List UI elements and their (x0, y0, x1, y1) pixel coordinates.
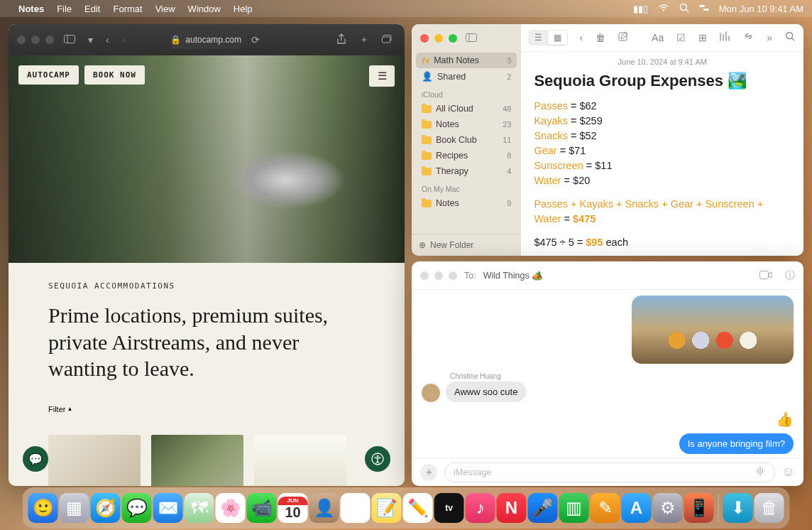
dock-music[interactable]: ♪ (466, 493, 495, 523)
sidebar-item-all-icloud[interactable]: All iCloud48 (416, 101, 517, 117)
sidebar-toggle-icon[interactable] (466, 33, 477, 44)
menu-file[interactable]: File (57, 4, 72, 14)
dock-settings[interactable]: ⚙ (653, 493, 683, 523)
waveform-icon[interactable] (755, 466, 766, 478)
compose-icon[interactable] (617, 31, 630, 44)
dock-keynote[interactable]: 🎤 (528, 493, 558, 523)
note-body[interactable]: June 10, 2024 at 9:41 AM Sequoia Group E… (521, 52, 803, 256)
dock-launchpad[interactable]: ▦ (60, 493, 89, 523)
attach-button[interactable]: ＋ (420, 464, 437, 481)
spotlight-icon[interactable] (679, 3, 689, 15)
sidebar-item-notes[interactable]: Notes9 (416, 195, 517, 211)
sidebar-item-recipes[interactable]: Recipes8 (416, 148, 517, 163)
message-row: Awww soo cute (422, 382, 794, 402)
dock-freeform[interactable]: ✏️ (403, 493, 433, 523)
info-icon[interactable]: ⓘ (785, 269, 795, 282)
dock-safari[interactable]: 🧭 (91, 493, 121, 523)
battery-icon[interactable]: ▮▮▯ (633, 4, 648, 14)
forward-button[interactable]: › (119, 34, 128, 45)
menu-edit[interactable]: Edit (84, 4, 100, 14)
trash-icon[interactable]: 🗑 (594, 32, 607, 43)
menu-help[interactable]: Help (234, 4, 253, 14)
share-icon[interactable] (334, 33, 349, 47)
image-message[interactable] (632, 296, 794, 364)
more-icon[interactable]: » (765, 32, 774, 43)
chevron-down-icon[interactable]: ▾ (85, 34, 96, 45)
tapback-reaction[interactable]: 👍 (776, 411, 794, 428)
folder-icon (422, 152, 432, 160)
dock-news[interactable]: N (497, 493, 527, 523)
dock-pages[interactable]: ✎ (591, 493, 620, 523)
menu-window[interactable]: Window (188, 4, 221, 14)
menu-format[interactable]: Format (113, 4, 142, 14)
notes-traffic-lights[interactable] (420, 34, 457, 43)
wifi-icon[interactable] (658, 4, 669, 14)
back-icon[interactable]: ‹ (578, 32, 584, 43)
book-now-button[interactable]: BOOK NOW (84, 65, 145, 85)
dock-maps[interactable]: 🗺 (185, 493, 214, 523)
dock-trash[interactable]: 🗑 (755, 493, 784, 523)
dock-mail[interactable]: ✉️ (153, 493, 183, 523)
message-thread[interactable]: Christine HuangAwww soo cute👍Is anyone b… (412, 290, 803, 458)
to-label: To: (464, 271, 476, 281)
dock-finder[interactable]: 🙂 (28, 493, 58, 523)
link-icon[interactable] (742, 31, 755, 43)
text-style-icon[interactable]: Aa (650, 32, 665, 43)
dock-downloads[interactable]: ⬇ (723, 493, 753, 523)
folder-icon (422, 200, 432, 207)
message-bubble[interactable]: Is anyone bringing film? (679, 433, 794, 454)
dock-appstore[interactable]: A (622, 493, 652, 523)
dock-numbers[interactable]: ▥ (559, 493, 589, 523)
hamburger-menu[interactable]: ☰ (369, 65, 395, 87)
address-bar[interactable]: 🔒 autocamp.com (170, 31, 241, 49)
reload-icon[interactable]: ⟳ (248, 34, 263, 45)
dock-photos[interactable]: 🌸 (216, 493, 246, 523)
list-view-icon[interactable]: ☰ (529, 31, 548, 45)
svg-rect-10 (466, 34, 477, 42)
safari-traffic-lights[interactable] (17, 36, 54, 44)
message-input[interactable]: iMessage (444, 463, 775, 482)
media-icon[interactable] (718, 31, 732, 43)
message-bubble[interactable]: Awww soo cute (446, 382, 526, 402)
dock-notes[interactable]: 📝 (372, 493, 402, 523)
thumb-suite[interactable] (48, 435, 141, 487)
conversation-title[interactable]: Wild Things 🏕️ (483, 270, 544, 281)
sidebar-item-math-notes[interactable]: ƒxMath Notes3 (416, 53, 517, 68)
thumb-airstream[interactable] (151, 435, 243, 487)
table-icon[interactable]: ⊞ (697, 32, 708, 43)
chat-fab[interactable]: 💬 (23, 446, 48, 472)
brand-logo[interactable]: AUTOCAMP (18, 65, 79, 85)
control-center-icon[interactable] (699, 4, 709, 14)
menubar-datetime[interactable]: Mon Jun 10 9:41 AM (719, 4, 803, 14)
dock-facetime[interactable]: 📹 (247, 493, 277, 523)
dock-tv[interactable]: tv (434, 493, 464, 523)
view-mode-toggle[interactable]: ☰ ▦ (528, 30, 568, 45)
sidebar-toggle-icon[interactable] (61, 34, 78, 45)
sidebar-item-therapy[interactable]: Therapy4 (416, 163, 517, 179)
back-button[interactable]: ‹ (103, 34, 112, 45)
dock-contacts[interactable]: 👤 (309, 493, 339, 523)
facetime-video-icon[interactable] (759, 270, 772, 281)
sidebar-item-book-club[interactable]: Book Club11 (416, 132, 517, 148)
gallery-view-icon[interactable]: ▦ (548, 31, 567, 45)
emoji-picker-icon[interactable]: ☺ (782, 465, 795, 480)
search-icon[interactable] (784, 31, 796, 43)
dock-messages[interactable]: 💬 (122, 493, 152, 523)
filter-button[interactable]: Filter▲ (48, 405, 72, 413)
thumb-room[interactable] (254, 435, 346, 487)
accessibility-fab[interactable] (365, 446, 390, 472)
dock-reminders[interactable]: ☑︎ (341, 493, 371, 523)
messages-traffic-lights[interactable] (420, 271, 457, 280)
new-tab-icon[interactable]: ＋ (356, 33, 372, 46)
messages-header: To: Wild Things 🏕️ ⓘ (412, 261, 803, 290)
menu-view[interactable]: View (155, 4, 175, 14)
new-folder-button[interactable]: ⊕ New Folder (412, 234, 521, 256)
sidebar-item-shared[interactable]: 👤Shared2 (416, 68, 517, 85)
dock-iphone-mirror[interactable]: 📱 (684, 493, 714, 523)
checklist-icon[interactable]: ☑ (675, 32, 687, 43)
tabs-icon[interactable] (379, 34, 396, 45)
dock-calendar[interactable]: JUN10 (278, 493, 308, 523)
app-menu[interactable]: Notes (18, 4, 44, 14)
avatar[interactable] (422, 384, 440, 402)
sidebar-item-notes[interactable]: Notes23 (416, 117, 517, 132)
